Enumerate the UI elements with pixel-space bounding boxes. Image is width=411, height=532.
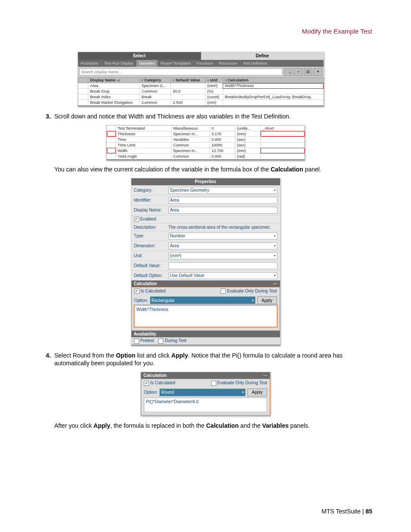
tab-resources[interactable]: Resources (216, 60, 240, 67)
col-calc[interactable]: ▿ Calculation (223, 78, 323, 83)
formula-box[interactable]: PI()*Diameter*Diameter/4.0 (144, 398, 267, 412)
label-type: Type: (134, 233, 168, 238)
dimension-select[interactable]: Area (168, 243, 277, 249)
evalonly-checkbox[interactable] (211, 381, 216, 386)
add-icon[interactable]: ＋ (294, 68, 302, 76)
unit-select[interactable]: (mm²) (168, 252, 277, 259)
tab-report[interactable]: Report Templates (158, 60, 193, 67)
label-description: Description: (134, 225, 168, 230)
label-iscalculated: Is Calculated (150, 380, 175, 385)
search-icon[interactable]: 🔍 (284, 68, 293, 76)
screenshot-calculation-round: Calculation⋯ ✔Is Calculated Evaluate Onl… (140, 372, 271, 415)
label-dimension: Dimension: (134, 243, 168, 248)
iscalculated-checkbox[interactable]: ✔ (144, 381, 149, 386)
description-value: The cross-sectional area of the rectangu… (168, 225, 277, 230)
search-input[interactable] (79, 68, 283, 75)
variables-table: Display Name ▵▿ ▿ Category ▿ Default Val… (78, 77, 324, 106)
table-row[interactable]: WidthSpecimen In...12.700(mm) (107, 148, 305, 153)
mode-define[interactable]: Define (201, 52, 324, 60)
table-row[interactable]: TimeVariables0.000(sec) (107, 137, 305, 142)
table-row[interactable]: Yield AngleCommon0.000(rad) (107, 153, 305, 159)
label-defaultvalue: Default Value: (134, 263, 168, 268)
duringtest-checkbox[interactable] (158, 339, 163, 344)
evalonly-checkbox[interactable] (221, 289, 226, 294)
col-unit[interactable]: ▿ Unit (205, 78, 223, 83)
mode-select[interactable]: Select (78, 52, 201, 60)
table-row[interactable]: ThicknessSpecimen In...3.175(mm) (107, 131, 305, 137)
table-row[interactable]: Time LimitCommon10000(sec) (107, 142, 305, 148)
expand-icon[interactable]: ⋯ (263, 373, 268, 378)
properties-title: Properties (131, 178, 280, 185)
screenshot-variables-grid: Select Define Procedure Test-Run Display… (78, 52, 324, 106)
tab-variables[interactable]: Variables (137, 60, 158, 67)
step-3: 3. Scroll down and notice that Width and… (39, 112, 372, 121)
availability-header: Availability (131, 331, 280, 337)
label-defaultoption: Default Option: (134, 273, 168, 278)
tab-testrun[interactable]: Test-Run Display (102, 60, 137, 67)
label-identifier: Identifier: (134, 198, 168, 202)
table-row[interactable]: Test TerminatedMiscellaneous0(unitle..._… (107, 125, 305, 131)
label-pretest: Pretest (140, 338, 154, 343)
enabled-checkbox[interactable]: ✔ (134, 217, 139, 222)
label-displayname: Display Name: (134, 208, 168, 212)
tab-procedure[interactable]: Procedure (78, 60, 102, 67)
calculation-header: Calculation⋯ (131, 280, 280, 287)
option-select[interactable]: Round (159, 389, 246, 396)
label-enabled: Enabled (140, 217, 156, 221)
screenshot-variables-scrolled: Test TerminatedMiscellaneous0(unitle..._… (106, 125, 305, 160)
label-option: Option: (134, 298, 148, 303)
identifier-input[interactable] (168, 197, 277, 204)
tab-functions[interactable]: Functions (194, 60, 216, 67)
page-footer: MTS TestSuite | 85 (321, 508, 372, 515)
dropdown-icon[interactable]: ▾ (314, 68, 322, 76)
tab-testdef[interactable]: Test Definition (240, 60, 271, 67)
label-category: Category: (134, 188, 168, 193)
calculation-header: Calculation⋯ (141, 372, 270, 379)
col-default[interactable]: ▿ Default Value (171, 78, 206, 83)
label-evalonly: Evaluate Only During Test (218, 380, 267, 385)
table-row[interactable]: Break Marker ElongationCommon2.540(mm) (78, 100, 324, 106)
col-handle (78, 78, 88, 83)
apply-button[interactable]: Apply (247, 389, 267, 396)
category-select[interactable]: Specimen Geometry (168, 187, 277, 194)
label-duringtest: During Test (165, 338, 186, 343)
pretest-checkbox[interactable] (134, 339, 139, 344)
table-row[interactable]: Break DropCommon50.0(%) (78, 89, 324, 94)
col-displayname[interactable]: Display Name ▵▿ (88, 78, 140, 83)
label-unit: Unit: (134, 253, 168, 258)
para-calculation: You can also view the current calculatio… (54, 165, 372, 174)
defaultoption-select[interactable]: Use Default Value (168, 272, 277, 279)
step-4: 4. Select Round from the Option list and… (39, 352, 372, 368)
option-select[interactable]: Rectangular (150, 296, 255, 304)
label-evalonly: Evaluate Only During Test (227, 289, 277, 293)
page-header: Modify the Example Test (302, 28, 372, 35)
col-category[interactable]: ▿ Category (140, 78, 171, 83)
displayname-input[interactable] (168, 207, 277, 214)
iscalculated-checkbox[interactable]: ✔ (134, 289, 140, 294)
label-option: Option: (144, 390, 158, 395)
screenshot-properties: Properties Category:Specimen Geometry Id… (131, 178, 280, 345)
expand-icon[interactable]: ⋯ (273, 281, 277, 286)
formula-box[interactable]: Width*Thickness (134, 305, 277, 327)
para-after-apply: After you click Apply, the formula is re… (54, 422, 372, 430)
table-row[interactable]: Break IndexBreak(count)BreakIndexByDropP… (78, 94, 324, 100)
defaultvalue-input[interactable] (168, 262, 277, 269)
type-select[interactable]: Number (168, 233, 277, 240)
table-row[interactable]: AreaSpecimen G...(mm²)Width*Thickness (78, 83, 324, 89)
label-iscalculated: Is Calculated (141, 289, 166, 293)
apply-button[interactable]: Apply (257, 296, 277, 304)
tab-bar: Procedure Test-Run Display Variables Rep… (78, 60, 324, 67)
delete-icon[interactable]: ▤ (304, 68, 312, 76)
